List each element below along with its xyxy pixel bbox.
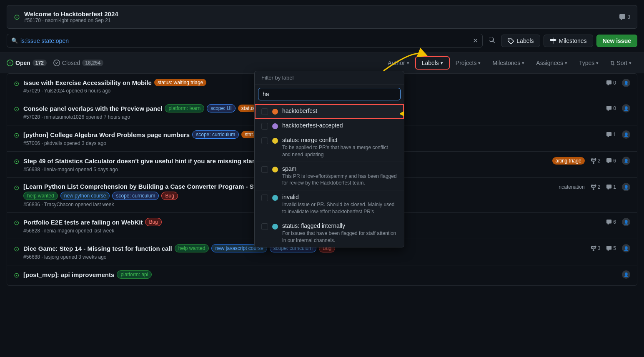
issue-right: aiting triage 2 6 👤 — [552, 157, 630, 165]
label-desc-flagged: For issues that have been flagged for st… — [282, 230, 397, 244]
issue-number: #56688 · lasjorg opened 3 weeks ago — [23, 254, 106, 260]
filters-area: Open 172 Closed 18,254 Author ▾ Labels ▾… — [0, 52, 644, 73]
author-label: Author — [388, 60, 405, 66]
avatar: 👤 — [622, 183, 630, 191]
pr-count: 2 — [591, 158, 601, 164]
comment-count: 6 — [606, 219, 616, 225]
open-issue-icon: ⊙ — [14, 157, 19, 165]
label-color-merge-conflict — [272, 138, 278, 144]
issue-title[interactable]: Issue with Exercise Accessibility on Mob… — [23, 79, 152, 86]
banner-meta: #56170 · naomi-lgbt opened on Sep 21 — [24, 17, 118, 23]
labels-filter-button[interactable]: Labels ▾ — [415, 56, 450, 70]
issue-label[interactable]: Bug — [145, 218, 161, 226]
pr-number: 3 — [598, 245, 601, 251]
label-item-spam[interactable]: spam This PR is low-effort/spammy and ha… — [255, 162, 404, 191]
issue-label[interactable]: scope: curriculum — [192, 130, 239, 139]
comment-count: 0 — [606, 80, 616, 86]
issue-label[interactable]: platform: api — [117, 270, 152, 279]
label-checkbox-hacktoberfest[interactable] — [261, 108, 268, 115]
issue-label[interactable]: status: waiting triage — [154, 79, 206, 86]
closed-count-badge: 18,254 — [82, 60, 103, 66]
milestones-label: Milestones — [492, 60, 520, 66]
sort-filter-button[interactable]: ⇅ Sort ▾ — [604, 57, 637, 69]
avatar: 👤 — [622, 218, 630, 226]
issue-label[interactable]: Bug — [161, 192, 178, 200]
issue-label[interactable]: help wanted — [23, 192, 58, 200]
label-name-invalid: invalid — [282, 194, 397, 200]
issue-title[interactable]: Portfolio E2E tests are failing on WebKi… — [23, 219, 143, 226]
issue-title[interactable]: Dice Game: Step 14 - Missing test for fu… — [23, 245, 172, 252]
types-chevron-icon: ▾ — [596, 60, 599, 66]
author-filter-button[interactable]: Author ▾ — [382, 57, 415, 69]
types-filter-button[interactable]: Types ▾ — [573, 57, 604, 69]
label-desc-spam: This PR is low-effort/spammy and has bee… — [282, 173, 397, 187]
projects-chevron-icon: ▾ — [478, 60, 481, 66]
comment-number: 0 — [613, 80, 616, 86]
dropdown-search-input[interactable] — [258, 88, 401, 100]
search-button[interactable] — [486, 36, 498, 46]
issue-title[interactable]: [post_mvp]: api improvements — [23, 271, 114, 278]
banner-comments: 3 — [619, 14, 630, 20]
issue-title[interactable]: [Learn Python List Comprehension by Buil… — [23, 183, 285, 190]
label-checkbox-spam[interactable] — [261, 166, 268, 173]
open-closed-wrap: Open 172 Closed 18,254 — [7, 60, 103, 66]
label-info-hacktoberfest-accepted: hacktoberfest-accepted — [282, 122, 397, 129]
label-color-hacktoberfest — [272, 109, 278, 115]
issue-label-right[interactable]: aiting triage — [552, 157, 585, 165]
search-input[interactable] — [20, 37, 470, 44]
issue-content: [post_mvp]: api improvements platform: a… — [23, 270, 593, 280]
pr-count: 3 — [591, 245, 601, 251]
sort-icon: ⇅ — [610, 60, 615, 66]
open-issue-icon: ⊙ — [14, 12, 20, 22]
labels-dropdown: Filter by label hacktoberfest — [254, 71, 404, 247]
issue-label-right: ncatenation — [559, 184, 585, 190]
issue-number: #56828 · ilenia-magoni opened last week — [23, 228, 114, 234]
issue-right: 0 👤 — [597, 79, 630, 87]
label-item-hacktoberfest[interactable]: hacktoberfest — [255, 104, 404, 119]
comment-number: 6 — [613, 219, 616, 225]
header-milestones-button[interactable]: Milestones — [544, 35, 593, 47]
issue-label[interactable]: scope: UI — [207, 104, 236, 112]
closed-tab[interactable]: Closed 18,254 — [53, 60, 103, 66]
label-checkbox-flagged[interactable] — [261, 223, 268, 230]
new-issue-button[interactable]: New issue — [596, 35, 637, 47]
label-item-hacktoberfest-accepted[interactable]: hacktoberfest-accepted — [255, 119, 404, 133]
issue-title[interactable]: Console panel overlaps with the Preview … — [23, 105, 162, 112]
issue-label[interactable]: scope: curriculum — [112, 192, 159, 200]
label-info-invalid: invalid Invalid issue or PR. Should be c… — [282, 194, 397, 215]
open-tab[interactable]: Open 172 — [7, 60, 47, 66]
issue-label[interactable]: platform: learn — [165, 104, 204, 112]
open-issue-icon: ⊙ — [14, 184, 19, 192]
labels-dropdown-overlay: Filter by label hacktoberfest — [254, 71, 404, 247]
header-milestones-label: Milestones — [559, 37, 587, 44]
issue-meta: #56688 · lasjorg opened 3 weeks ago — [23, 254, 586, 260]
avatar: 👤 — [622, 270, 630, 279]
assignees-filter-button[interactable]: Assignees ▾ — [530, 57, 573, 69]
avatar: 👤 — [622, 130, 630, 139]
comment-number: 6 — [613, 158, 616, 164]
label-item-flagged-internally[interactable]: status: flagged internally For issues th… — [255, 219, 404, 247]
open-tab-label: Open — [15, 60, 30, 66]
header-labels-button[interactable]: Labels — [501, 35, 540, 47]
comment-count: 6 — [606, 158, 616, 164]
comment-number: 5 — [613, 245, 616, 251]
label-checkbox-merge-conflict[interactable] — [261, 137, 268, 144]
label-item-merge-conflict[interactable]: status: merge conflict To be applied to … — [255, 133, 404, 162]
label-desc-invalid: Invalid issue or PR. Should be closed. M… — [282, 201, 397, 215]
issue-label[interactable]: help wanted — [175, 244, 209, 252]
label-checkbox-hacktoberfest-accepted[interactable] — [261, 123, 268, 130]
issue-label[interactable]: new python course — [60, 192, 110, 200]
label-item-invalid[interactable]: invalid Invalid issue or PR. Should be c… — [255, 190, 404, 219]
search-input-wrap[interactable]: 🔍 ✕ — [7, 34, 483, 47]
label-checkbox-invalid[interactable] — [261, 195, 268, 201]
projects-filter-button[interactable]: Projects ▾ — [450, 57, 487, 69]
avatar: 👤 — [622, 244, 630, 252]
clear-search-button[interactable]: ✕ — [473, 37, 478, 45]
issue-title[interactable]: Step 49 of Statistics Calculator doesn't… — [23, 157, 261, 165]
open-issue-icon: ⊙ — [14, 219, 19, 227]
issue-title[interactable]: [python] College Algebra Word Problems p… — [23, 131, 190, 138]
issue-right: 👤 — [597, 270, 630, 279]
milestones-filter-button[interactable]: Milestones ▾ — [486, 57, 530, 69]
issue-right: 0 👤 — [597, 104, 630, 112]
label-info-hacktoberfest: hacktoberfest — [282, 107, 397, 114]
